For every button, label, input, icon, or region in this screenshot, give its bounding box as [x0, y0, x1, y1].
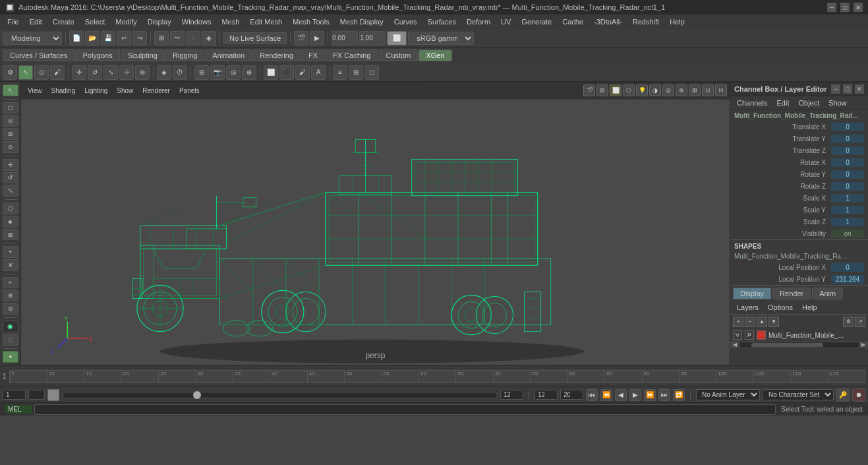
- vp-uv-btn[interactable]: U: [702, 84, 714, 96]
- comp-mode-btn[interactable]: ⬛: [279, 65, 294, 80]
- append-btn[interactable]: +: [3, 246, 18, 258]
- obj-mode-btn[interactable]: ⬜: [264, 65, 278, 80]
- menu-item-help[interactable]: Help: [665, 16, 689, 27]
- cb-channels-menu[interactable]: Channels: [733, 98, 771, 108]
- tab-polygons[interactable]: Polygons: [75, 49, 119, 61]
- delete-btn[interactable]: ✕: [3, 259, 18, 271]
- max-range-input[interactable]: [560, 390, 583, 400]
- next-frame-btn[interactable]: ⏩: [644, 389, 656, 401]
- channel-value-9[interactable]: [831, 230, 864, 238]
- layer-up-btn[interactable]: ▲: [757, 317, 767, 327]
- universal-manip-btn[interactable]: ☩: [119, 65, 134, 80]
- menu-item-generate[interactable]: Generate: [517, 16, 556, 27]
- layer-menu-layers[interactable]: Layers: [733, 303, 763, 312]
- keying-btn[interactable]: 🔑: [836, 388, 850, 402]
- gamma-select[interactable]: sRGB gamma: [408, 32, 474, 45]
- loop-select-btn[interactable]: ◻: [3, 102, 18, 114]
- soft-mod-btn[interactable]: ⊛: [135, 65, 150, 80]
- layer-color[interactable]: [757, 330, 766, 340]
- layer-opts-btn[interactable]: ⚙: [843, 317, 854, 327]
- camera-icon-btn[interactable]: 🎬: [583, 84, 595, 96]
- layer-down-btn[interactable]: ▼: [768, 317, 779, 327]
- display-tab-display[interactable]: Display: [733, 288, 771, 299]
- vp-hud-btn[interactable]: H: [715, 84, 727, 96]
- menu-item-edit-mesh[interactable]: Edit Mesh: [245, 16, 287, 27]
- menu-item-mesh-tools[interactable]: Mesh Tools: [288, 16, 333, 27]
- isolate-btn[interactable]: ⊕: [242, 65, 256, 80]
- snap-point-btn[interactable]: ·: [186, 31, 200, 46]
- shapes-channel-value-1[interactable]: [831, 275, 864, 284]
- cb-minimize-btn[interactable]: −: [831, 84, 840, 94]
- menu-item-display[interactable]: Display: [143, 16, 176, 27]
- render-btn[interactable]: 🎬: [294, 31, 308, 46]
- go-end-btn[interactable]: ⏭: [658, 389, 670, 401]
- scroll-track[interactable]: [739, 343, 859, 347]
- channel-value-4[interactable]: [831, 170, 864, 179]
- menu-item-file[interactable]: File: [3, 16, 24, 27]
- layer-select-btn[interactable]: ↗: [855, 317, 865, 327]
- vp-shadow-btn[interactable]: ◑: [649, 84, 661, 96]
- menu-item-select[interactable]: Select: [80, 16, 110, 27]
- undo-btn[interactable]: ↩: [117, 31, 131, 46]
- paint-weight-btn[interactable]: ◎: [3, 115, 18, 127]
- autokey-btn[interactable]: ⏺: [852, 388, 865, 402]
- playback-end-input[interactable]: [500, 390, 523, 400]
- bevel-btn[interactable]: ◈: [3, 216, 18, 228]
- layer-menu-options[interactable]: Options: [764, 303, 797, 312]
- channel-value-2[interactable]: [831, 146, 864, 155]
- ipr-btn[interactable]: ▶: [310, 31, 324, 46]
- select-lasso-btn[interactable]: ⊙: [34, 65, 49, 80]
- channel-value-8[interactable]: [831, 218, 864, 226]
- del-layer-btn[interactable]: −: [745, 317, 755, 327]
- show-manip-btn[interactable]: ◈: [157, 65, 171, 80]
- vp-light-btn[interactable]: 💡: [636, 84, 648, 96]
- channel-value-1[interactable]: [831, 135, 864, 143]
- timeline-slider-thumb[interactable]: [193, 391, 201, 399]
- move2-btn[interactable]: ✛: [3, 159, 18, 171]
- tab-fx[interactable]: FX: [301, 49, 325, 61]
- layer-p[interactable]: P: [745, 330, 754, 340]
- cb-float-btn[interactable]: □: [843, 84, 852, 94]
- scroll-thumb[interactable]: [751, 343, 823, 347]
- shapes-channel-value-0[interactable]: [831, 263, 864, 272]
- menu-item-mesh-display[interactable]: Mesh Display: [335, 16, 388, 27]
- menu-item-uv[interactable]: UV: [496, 16, 515, 27]
- extrude-btn[interactable]: ⬡: [3, 202, 18, 214]
- tab-curves-/-surfaces[interactable]: Curves / Surfaces: [3, 49, 74, 61]
- lighting-menu-btn[interactable]: Lighting: [80, 86, 111, 95]
- tab-xgen[interactable]: XGen: [419, 49, 451, 61]
- attr-btn[interactable]: A: [311, 65, 326, 80]
- new-layer-btn[interactable]: +: [733, 317, 743, 327]
- select-tool-btn[interactable]: ↖: [18, 65, 33, 80]
- char-set-select[interactable]: No Character Set: [763, 389, 834, 400]
- snap-curve-btn[interactable]: 〜: [170, 31, 185, 46]
- workspace-dropdown[interactable]: Modeling: [3, 32, 62, 45]
- show-obj-btn[interactable]: ◉: [3, 321, 18, 332]
- vp-shading-btn[interactable]: ⬜: [610, 84, 622, 96]
- menu-item-edit[interactable]: Edit: [25, 16, 47, 27]
- history-btn[interactable]: ⏱: [173, 65, 187, 80]
- timeline-slider[interactable]: [62, 392, 498, 398]
- channel-value-6[interactable]: [831, 194, 864, 202]
- vp-select-all[interactable]: ⊕: [676, 84, 687, 96]
- mirror-btn[interactable]: ⊞: [3, 128, 18, 140]
- rotate2-btn[interactable]: ↺: [3, 172, 18, 184]
- menu-item-cache[interactable]: Cache: [558, 16, 588, 27]
- loop-btn[interactable]: 🔁: [673, 389, 685, 401]
- menu-item-mesh[interactable]: Mesh: [217, 16, 244, 27]
- menu-item--3dtoall-[interactable]: -3DtoAll-: [589, 16, 627, 27]
- value1-input[interactable]: [332, 31, 358, 46]
- snap-tog-btn[interactable]: ⊞: [194, 65, 209, 80]
- channel-value-7[interactable]: [831, 206, 864, 214]
- frame-step-input[interactable]: [28, 390, 45, 400]
- anim-layer-select[interactable]: No Anim Layer: [696, 389, 760, 400]
- scale-tool-btn[interactable]: ⤡: [103, 65, 118, 80]
- menu-item-modify[interactable]: Modify: [111, 16, 141, 27]
- layers-btn[interactable]: ≡: [333, 65, 347, 80]
- camera-btn[interactable]: 📷: [210, 65, 225, 80]
- vp-ao-btn[interactable]: ◎: [662, 84, 674, 96]
- minimize-button[interactable]: ─: [827, 3, 836, 12]
- merge-btn[interactable]: ⊕: [3, 290, 18, 301]
- timeline-ruler[interactable]: 5101520253035404550556065707580859095100…: [9, 370, 865, 383]
- layer-visibility[interactable]: V: [733, 330, 742, 340]
